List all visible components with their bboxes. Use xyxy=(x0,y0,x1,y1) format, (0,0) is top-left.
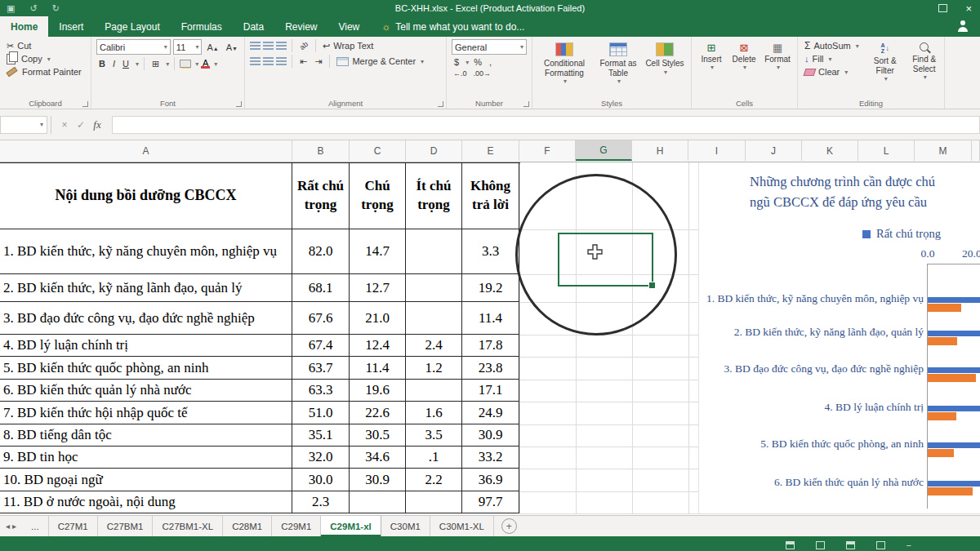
table-cell[interactable]: 11.4 xyxy=(350,357,406,380)
cancel-entry-icon[interactable]: × xyxy=(56,119,73,131)
sheet-tab-c29m1-xl[interactable]: C29M1-xl xyxy=(321,516,381,536)
ribbon-tab-insert[interactable]: Insert xyxy=(48,16,94,37)
table-cell[interactable]: .1 xyxy=(406,447,462,469)
sheet-tab-c29m1[interactable]: C29M1 xyxy=(272,516,321,536)
new-sheet-button[interactable]: + xyxy=(501,518,517,534)
table-cell[interactable]: 11.4 xyxy=(462,302,519,335)
name-box[interactable]: ▾ xyxy=(0,116,47,134)
table-cell[interactable]: 34.6 xyxy=(350,447,406,469)
align-center-icon[interactable] xyxy=(263,57,274,65)
table-cell[interactable]: 30.9 xyxy=(350,469,406,491)
number-dialog-launcher-icon[interactable] xyxy=(523,101,529,107)
sheet-tab-c30m1[interactable]: C30M1 xyxy=(381,516,430,536)
chart-bar-blue[interactable] xyxy=(928,442,980,448)
column-header-I[interactable]: I xyxy=(688,140,746,161)
table-row-label[interactable]: 4. BD lý luận chính trị xyxy=(0,335,292,357)
align-right-icon[interactable] xyxy=(276,57,287,65)
align-left-icon[interactable] xyxy=(250,57,261,65)
display-settings-icon[interactable] xyxy=(786,541,795,549)
bold-icon[interactable]: B xyxy=(96,59,108,69)
table-row-label[interactable]: 10. BD ngoại ngữ xyxy=(0,469,292,491)
font-name-combo[interactable]: Calibri▾ xyxy=(96,39,171,55)
column-header-B[interactable]: B xyxy=(292,140,350,161)
column-header-H[interactable]: H xyxy=(632,140,688,161)
percent-style-icon[interactable]: % xyxy=(471,57,484,67)
format-painter-button[interactable]: Format Painter xyxy=(5,65,87,78)
fill-color-icon[interactable] xyxy=(180,60,191,69)
column-header-L[interactable]: L xyxy=(858,140,915,161)
table-cell[interactable]: 14.7 xyxy=(350,229,406,274)
merge-center-button[interactable]: Merge & Center▾ xyxy=(335,55,425,68)
column-header-M[interactable]: M xyxy=(915,140,972,161)
wrap-text-button[interactable]: ↩ Wrap Text xyxy=(321,39,375,52)
table-cell[interactable]: 22.6 xyxy=(350,402,406,424)
table-cell[interactable]: 2.2 xyxy=(406,469,462,491)
ribbon-tab-formulas[interactable]: Formulas xyxy=(171,16,233,37)
sheet-tab-c27bm1[interactable]: C27BM1 xyxy=(98,516,154,536)
find-select-button[interactable]: Find & Select▾ xyxy=(906,39,942,98)
ribbon-tab-home[interactable]: Home xyxy=(0,16,48,37)
align-bottom-icon[interactable] xyxy=(276,42,287,50)
column-header-F[interactable]: F xyxy=(519,140,576,161)
spreadsheet-grid[interactable]: Những chương trình cần được chú ngũ CBCC… xyxy=(0,162,980,515)
sheet-tab-c27m1[interactable]: C27M1 xyxy=(49,516,98,536)
cell-styles-button[interactable]: Cell Styles▾ xyxy=(645,39,684,98)
column-header-J[interactable]: J xyxy=(746,140,802,161)
fill-button[interactable]: ↓ Fill▾ xyxy=(803,52,861,65)
prev-sheet-icon[interactable]: ◂ xyxy=(6,522,10,531)
table-cell[interactable]: 33.2 xyxy=(462,447,519,469)
name-box-dropdown-icon[interactable]: ▾ xyxy=(40,121,43,128)
sheet-tab-...[interactable]: ... xyxy=(22,516,49,536)
chart-bar-blue[interactable] xyxy=(928,367,980,373)
table-cell[interactable]: 1.6 xyxy=(406,402,462,424)
table-row-label[interactable]: 11. BD ở nước ngoài, nội dung xyxy=(0,491,292,513)
chart-bar-blue[interactable] xyxy=(928,331,980,336)
column-header-E[interactable]: E xyxy=(462,140,519,161)
table-cell[interactable] xyxy=(406,229,462,274)
table-cell[interactable]: 21.0 xyxy=(350,302,406,335)
table-header-cell[interactable]: Rất chú trọng xyxy=(292,162,350,229)
table-cell[interactable]: 67.6 xyxy=(292,302,350,335)
copy-button[interactable]: Copy▾ xyxy=(5,52,87,65)
format-as-table-button[interactable]: Format as Table▾ xyxy=(595,39,642,98)
table-cell[interactable]: 32.0 xyxy=(292,447,350,469)
table-row-label[interactable]: 3. BD đạo đức công vụ, đạo đức nghề nghi… xyxy=(0,302,292,335)
formula-input[interactable] xyxy=(112,116,980,134)
ribbon-display-options-icon[interactable] xyxy=(938,4,947,12)
sheet-tab-c28m1[interactable]: C28M1 xyxy=(223,516,272,536)
table-cell[interactable]: 63.3 xyxy=(292,380,350,402)
ribbon-tab-page-layout[interactable]: Page Layout xyxy=(94,16,170,37)
table-cell[interactable]: 35.1 xyxy=(292,424,350,447)
column-header-C[interactable]: C xyxy=(350,140,406,161)
chart-bar-blue[interactable] xyxy=(928,481,980,487)
table-cell[interactable]: 1.2 xyxy=(406,357,462,380)
column-header-G[interactable]: G xyxy=(576,140,632,161)
tell-me-box[interactable]: ☼ Tell me what you want to do... xyxy=(370,16,536,37)
table-cell[interactable] xyxy=(406,491,462,513)
table-cell[interactable]: 82.0 xyxy=(292,229,350,274)
font-color-icon[interactable]: A xyxy=(201,59,210,69)
table-cell[interactable] xyxy=(350,491,406,513)
chart-bar-orange[interactable] xyxy=(928,487,973,495)
insert-function-icon[interactable]: fx xyxy=(89,118,105,131)
table-row-label[interactable]: 7. BD kiến thức hội nhập quốc tế xyxy=(0,402,292,424)
table-cell[interactable]: 63.7 xyxy=(292,357,350,380)
sort-filter-button[interactable]: AZ↓ Sort & Filter▾ xyxy=(867,39,903,98)
table-row-label[interactable]: 1. BD kiến thức, kỹ năng chuyên môn, ngh… xyxy=(0,229,292,274)
clipboard-dialog-launcher-icon[interactable] xyxy=(82,101,88,107)
next-sheet-icon[interactable]: ▸ xyxy=(12,522,16,531)
number-format-combo[interactable]: General▾ xyxy=(452,39,527,55)
decrease-indent-icon[interactable]: ⇤ xyxy=(297,56,310,67)
accounting-format-icon[interactable]: $ xyxy=(452,57,461,67)
table-cell[interactable]: 12.7 xyxy=(350,274,406,302)
chart-bar-orange[interactable] xyxy=(928,374,976,382)
table-cell[interactable]: 23.8 xyxy=(462,357,519,380)
chart-bar-orange[interactable] xyxy=(928,412,956,420)
zoom-out-icon[interactable]: − xyxy=(906,540,911,550)
delete-cells-button[interactable]: ⊠ Delete▾ xyxy=(729,39,759,98)
table-cell[interactable]: 17.1 xyxy=(462,380,519,402)
ribbon-tab-review[interactable]: Review xyxy=(274,16,327,37)
table-cell[interactable]: 2.4 xyxy=(406,335,462,357)
close-icon[interactable]: × xyxy=(965,3,972,14)
column-header-D[interactable]: D xyxy=(406,140,462,161)
